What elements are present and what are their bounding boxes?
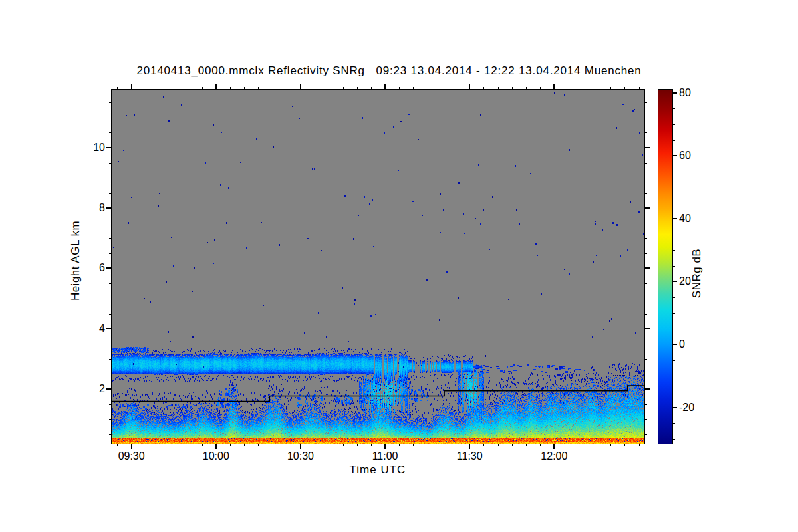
y-tick-minor [644,118,647,118]
colorbar [658,89,673,444]
y-tick-minor [644,223,647,223]
y-tick-minor [644,178,647,178]
y-tick-major [644,147,650,148]
colorbar-tick-minor [672,235,675,235]
x-tick-minor [160,444,160,446]
colorbar-tick-minor [672,329,675,329]
x-tick-minor [357,444,358,446]
colorbar-tick-minor [672,203,675,203]
x-tick-minor [273,87,273,90]
heatmap-canvas [112,90,644,444]
y-axis-title: Height AGL km [69,161,82,360]
x-tick-minor [610,87,611,90]
x-tick-minor [624,87,625,90]
y-tick-minor [109,178,112,178]
x-tick-minor [569,87,569,90]
y-tick-minor [109,419,112,420]
x-tick-minor [287,87,287,90]
colorbar-tick-minor [672,172,675,172]
colorbar-tick-minor [672,124,675,125]
x-tick-major [469,84,470,90]
y-tick-minor [644,102,647,103]
x-tick-minor [399,444,400,446]
x-tick-minor [639,444,640,446]
y-tick-minor [109,102,112,103]
y-tick-minor [109,193,112,194]
colorbar-tick-major [672,344,677,345]
x-tick-minor [512,444,513,446]
y-tick-major [644,267,650,269]
x-tick-minor [399,87,400,90]
x-tick-minor [160,87,160,90]
y-tick-minor [109,374,112,374]
x-tick-minor [117,87,118,90]
y-tick-major [106,207,112,209]
y-tick-minor [644,404,647,405]
x-tick-major [300,84,301,90]
x-tick-minor [258,444,259,446]
x-tick-minor [456,87,456,90]
x-tick-minor [343,444,344,446]
x-tick-minor [174,87,174,90]
x-tick-minor [498,87,499,90]
colorbar-tick-minor [672,250,675,251]
y-tick-major [106,147,112,148]
colorbar-tick-minor [672,266,675,267]
y-tick-minor [109,404,112,405]
x-tick-major [300,444,301,449]
radar-quicklook-figure: 20140413_0000.mmclx Reflectivity SNRg 09… [0,0,798,532]
x-tick-minor [413,87,414,90]
colorbar-tick-label: 20 [679,275,691,287]
y-tick-minor [644,253,647,254]
x-tick-minor [428,444,428,446]
colorbar-tick-minor [672,188,675,188]
colorbar-tick-minor [672,439,675,440]
colorbar-tick-major [672,281,677,282]
y-tick-minor [109,283,112,284]
x-tick-label: 10:30 [281,450,321,462]
y-tick-minor [109,434,112,435]
x-tick-minor [258,87,259,90]
x-tick-minor [639,87,640,90]
colorbar-tick-minor [672,108,675,109]
x-tick-major [215,444,217,449]
x-tick-minor [188,444,188,446]
x-tick-minor [498,444,499,446]
x-tick-label: 11:00 [365,450,405,462]
y-tick-major [106,388,112,390]
y-tick-minor [109,163,112,164]
x-tick-major [131,444,132,449]
colorbar-tick-major [672,155,677,156]
x-tick-minor [540,87,541,90]
x-tick-minor [583,87,583,90]
y-tick-minor [109,299,112,299]
y-tick-major [106,328,112,329]
colorbar-tick-minor [672,313,675,314]
chart-title: 20140413_0000.mmclx Reflectivity SNRg 09… [120,65,658,78]
x-tick-minor [597,87,597,90]
colorbar-tick-minor [672,297,675,298]
x-tick-minor [512,87,513,90]
colorbar-tick-major [672,92,677,94]
x-tick-minor [597,444,597,446]
plot-area [111,89,645,444]
x-tick-major [131,84,132,90]
x-tick-minor [483,444,484,446]
x-tick-major [384,444,386,449]
y-tick-minor [109,223,112,223]
x-tick-minor [329,444,329,446]
x-tick-minor [371,444,372,446]
x-tick-label: 10:00 [196,450,236,462]
y-tick-major [644,388,650,390]
colorbar-tick-major [672,218,677,219]
x-tick-minor [230,444,231,446]
x-tick-minor [526,444,527,446]
x-tick-minor [244,87,245,90]
colorbar-tick-major [672,407,677,408]
x-tick-major [469,444,470,449]
x-tick-label: 12:00 [534,450,574,462]
x-tick-minor [315,87,315,90]
x-tick-minor [526,87,527,90]
y-tick-minor [644,132,647,133]
x-tick-minor [357,87,358,90]
